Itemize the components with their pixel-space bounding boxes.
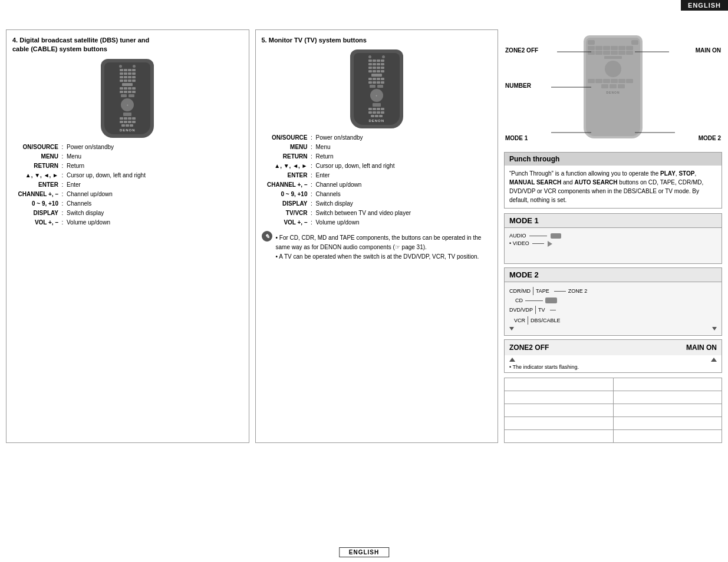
button-row: MENU:Menu (12, 152, 243, 161)
bottom-table (504, 378, 722, 443)
button-name: ON/SOURCE (12, 143, 60, 152)
colon: : (309, 218, 315, 227)
button-row: ON/SOURCE:Power on/standby (12, 143, 243, 152)
section5-title: 5. Monitor TV (TV) system buttons (262, 36, 492, 45)
button-name: RETURN (12, 161, 60, 171)
section5-note-text: For CD, CDR, MD and TAPE components, the… (276, 233, 492, 262)
button-row: CHANNEL +, –:Channel up/down (12, 190, 243, 199)
button-desc: Channels (315, 190, 492, 199)
colon: : (60, 152, 65, 161)
section4-remote: + DENON (101, 59, 154, 138)
button-desc: Channels (65, 199, 243, 209)
number-label: NUMBER (505, 82, 531, 89)
zone2-off-title: ZONE2 OFF (509, 343, 549, 352)
button-name: MENU (262, 143, 309, 152)
button-name: ▲, ▼, ◄, ► (12, 171, 60, 180)
table-cell (613, 417, 722, 430)
button-desc: Enter (65, 180, 243, 190)
section4-title: 4. Digital broadcast satellite (DBS) tun… (12, 36, 243, 54)
colon: : (60, 171, 65, 180)
button-row: DISPLAY:Switch display (12, 209, 243, 218)
button-row: MENU:Menu (262, 143, 492, 152)
table-cell (505, 430, 614, 443)
table-cell (613, 391, 722, 404)
button-name: 0 ~ 9, +10 (12, 199, 60, 209)
button-row: CHANNEL +, –:Channel up/down (262, 180, 492, 190)
flashing-note: • The indicator starts flashing. (509, 364, 717, 370)
button-row: TV/VCR:Switch between TV and video playe… (262, 209, 492, 218)
english-footer: ENGLISH (339, 547, 389, 557)
colon: : (60, 180, 65, 190)
button-name: DISPLAY (12, 209, 60, 218)
main-on-label: MAIN ON (696, 47, 721, 54)
colon: : (60, 218, 65, 227)
button-row: ENTER:Enter (12, 180, 243, 190)
button-desc: Switch between TV and video player (315, 209, 492, 218)
mode1-label: MODE 1 (505, 135, 528, 141)
button-row: VOL +, –:Volume up/down (262, 218, 492, 227)
colon: : (309, 133, 315, 143)
button-row: VOL +, –:Volume up/down (12, 218, 243, 227)
colon: : (60, 161, 65, 171)
section4-button-list: ON/SOURCE:Power on/standbyMENU:MenuRETUR… (12, 143, 243, 227)
section5-note: ✎ For CD, CDR, MD and TAPE components, t… (262, 231, 492, 262)
punch-through-title: Punch through (505, 153, 722, 166)
button-name: ▲, ▼, ◄, ► (262, 161, 309, 171)
colon: : (309, 190, 315, 199)
button-desc: Cursor up, down, left and right (65, 171, 243, 180)
remote-diagram: DENON ZONE2 OFF MAIN ON NUMBER MODE 1 MO… (504, 29, 722, 147)
button-name: CHANNEL +, – (262, 180, 309, 190)
bottom-table-container (504, 378, 722, 443)
mode2-body: CDR/MD TAPE ZONE 2 CD DVD/VDP TV (505, 282, 722, 335)
punch-through-body: “Punch Through” is a function allowing y… (505, 166, 722, 208)
button-row: ENTER:Enter (262, 171, 492, 180)
table-cell (505, 378, 614, 391)
section4-remote-container: + DENON (12, 59, 243, 138)
button-name: VOL +, – (262, 218, 309, 227)
button-desc: Channel up/down (315, 180, 492, 190)
button-name: DISPLAY (262, 199, 309, 209)
colon: : (60, 199, 65, 209)
right-panel: DENON ZONE2 OFF MAIN ON NUMBER MODE 1 MO… (504, 29, 722, 443)
section4-box: 4. Digital broadcast satellite (DBS) tun… (6, 29, 249, 443)
button-row: ▲, ▼, ◄, ►:Cursor up, down, left and rig… (12, 171, 243, 180)
table-cell (505, 417, 614, 430)
colon: : (60, 190, 65, 199)
button-name: TV/VCR (262, 209, 309, 218)
button-desc: Power on/standby (315, 133, 492, 143)
table-row (505, 417, 722, 430)
mode2-box: MODE 2 CDR/MD TAPE ZONE 2 CD DVD/VDP (504, 267, 722, 336)
button-desc: Cursor up, down, left and right (315, 161, 492, 171)
table-cell (613, 404, 722, 417)
colon: : (309, 199, 315, 209)
button-row: RETURN:Return (12, 161, 243, 171)
mode1-body: AUDIO • VIDEO (505, 228, 722, 263)
button-desc: Menu (315, 143, 492, 152)
button-desc: Volume up/down (315, 218, 492, 227)
button-name: ENTER (12, 180, 60, 190)
english-header: ENGLISH (681, 0, 728, 11)
table-cell (613, 378, 722, 391)
button-desc: Power on/standby (65, 143, 243, 152)
colon: : (309, 180, 315, 190)
table-cell (505, 391, 614, 404)
colon: : (60, 209, 65, 218)
mode1-box: MODE 1 AUDIO • VIDEO (504, 213, 722, 264)
colon: : (309, 161, 315, 171)
button-name: 0 ~ 9, +10 (262, 190, 309, 199)
colon: : (309, 152, 315, 161)
punch-through-section: Punch through “Punch Through” is a funct… (504, 152, 722, 209)
table-row (505, 378, 722, 391)
table-row (505, 391, 722, 404)
button-name: ENTER (262, 171, 309, 180)
section5-button-list: ON/SOURCE:Power on/standbyMENU:MenuRETUR… (262, 133, 492, 227)
button-row: ▲, ▼, ◄, ►:Cursor up, down, left and rig… (262, 161, 492, 171)
button-row: 0 ~ 9, +10:Channels (262, 190, 492, 199)
zone-main-body: • The indicator starts flashing. (505, 355, 722, 372)
button-desc: Menu (65, 152, 243, 161)
table-cell (613, 430, 722, 443)
button-name: RETURN (262, 152, 309, 161)
button-desc: Switch display (315, 199, 492, 209)
button-name: CHANNEL +, – (12, 190, 60, 199)
colon: : (309, 171, 315, 180)
